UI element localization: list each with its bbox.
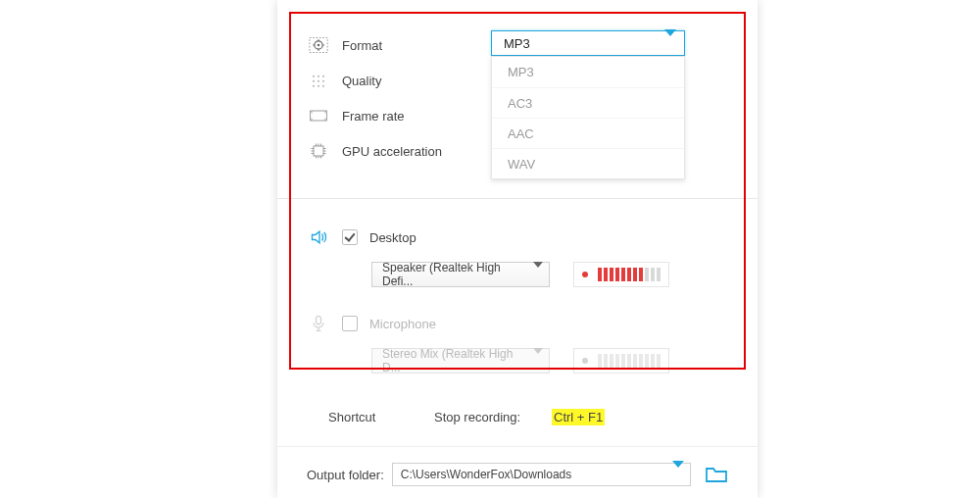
format-option-mp3[interactable]: MP3: [492, 57, 684, 87]
record-dot-icon: [582, 358, 588, 364]
svg-point-13: [313, 85, 315, 87]
svg-rect-19: [324, 111, 327, 114]
desktop-level-meter: [573, 262, 669, 287]
settings-panel: Format Quality: [277, 0, 758, 498]
frame-rate-label: Frame rate: [342, 109, 487, 124]
microphone-audio-checkbox[interactable]: [342, 316, 358, 331]
output-folder-dropdown[interactable]: C:\Users\WonderFox\Downloads: [392, 463, 691, 486]
svg-point-10: [313, 80, 315, 82]
record-dot-icon: [582, 272, 588, 277]
desktop-audio-label: Desktop: [369, 230, 416, 245]
microphone-level-meter: [573, 348, 669, 374]
svg-point-12: [322, 80, 324, 82]
chevron-down-icon: [533, 354, 543, 368]
desktop-audio-checkbox[interactable]: [342, 229, 358, 245]
microphone-device-value: Stereo Mix (Realtek High D...: [382, 347, 533, 374]
audio-section: Desktop Speaker (Realtek High Defi...: [277, 199, 758, 387]
microphone-audio-label: Microphone: [369, 317, 436, 331]
format-dropdown-value: MP3: [504, 36, 530, 51]
level-bars: [598, 354, 661, 368]
format-option-wav[interactable]: WAV: [492, 148, 684, 178]
gpu-label: GPU acceleration: [342, 144, 487, 159]
format-dropdown[interactable]: MP3: [491, 30, 685, 56]
svg-rect-34: [317, 317, 321, 324]
svg-point-9: [322, 75, 324, 77]
microphone-device-dropdown[interactable]: Stereo Mix (Realtek High D...: [371, 348, 550, 374]
svg-point-14: [318, 85, 319, 87]
format-gear-icon: [309, 35, 342, 55]
svg-rect-21: [314, 146, 323, 156]
desktop-device-dropdown[interactable]: Speaker (Realtek High Defi...: [371, 262, 550, 287]
desktop-audio-row: Desktop: [277, 224, 758, 250]
desktop-device-value: Speaker (Realtek High Defi...: [382, 261, 533, 288]
chevron-down-icon: [672, 468, 684, 481]
format-label: Format: [342, 38, 487, 53]
desktop-device-row: Speaker (Realtek High Defi...: [277, 260, 758, 289]
svg-rect-18: [311, 119, 314, 122]
shortcut-section: Shortcut Stop recording: Ctrl + F1: [277, 387, 758, 428]
speaker-icon: [309, 227, 342, 247]
format-option-ac3[interactable]: AC3: [492, 87, 684, 118]
stop-recording-label: Stop recording:: [434, 410, 552, 424]
microphone-audio-row: Microphone: [277, 311, 758, 336]
level-bars: [598, 268, 661, 281]
microphone-icon: [309, 314, 342, 333]
chevron-down-icon: [533, 268, 543, 281]
format-option-aac[interactable]: AAC: [492, 118, 684, 148]
svg-point-7: [313, 75, 315, 77]
output-folder-label: Output folder:: [307, 468, 384, 482]
format-dropdown-list: MP3 AC3 AAC WAV: [491, 56, 685, 179]
chip-icon: [309, 141, 342, 161]
quality-label: Quality: [342, 74, 487, 88]
film-icon: [309, 106, 342, 125]
browse-folder-button[interactable]: [705, 465, 728, 484]
svg-point-15: [322, 85, 324, 87]
quality-dots-icon: [309, 71, 342, 90]
output-folder-row: Output folder: C:\Users\WonderFox\Downlo…: [277, 447, 758, 486]
output-folder-value: C:\Users\WonderFox\Downloads: [401, 468, 572, 481]
shortcut-label: Shortcut: [328, 410, 434, 424]
microphone-device-row: Stereo Mix (Realtek High D...: [277, 346, 758, 375]
chevron-down-icon: [664, 36, 676, 51]
svg-rect-20: [324, 119, 327, 122]
svg-point-2: [318, 44, 320, 47]
svg-point-11: [318, 80, 319, 82]
stop-recording-hotkey: Ctrl + F1: [552, 409, 605, 425]
svg-point-8: [318, 75, 319, 77]
svg-rect-17: [311, 111, 314, 114]
